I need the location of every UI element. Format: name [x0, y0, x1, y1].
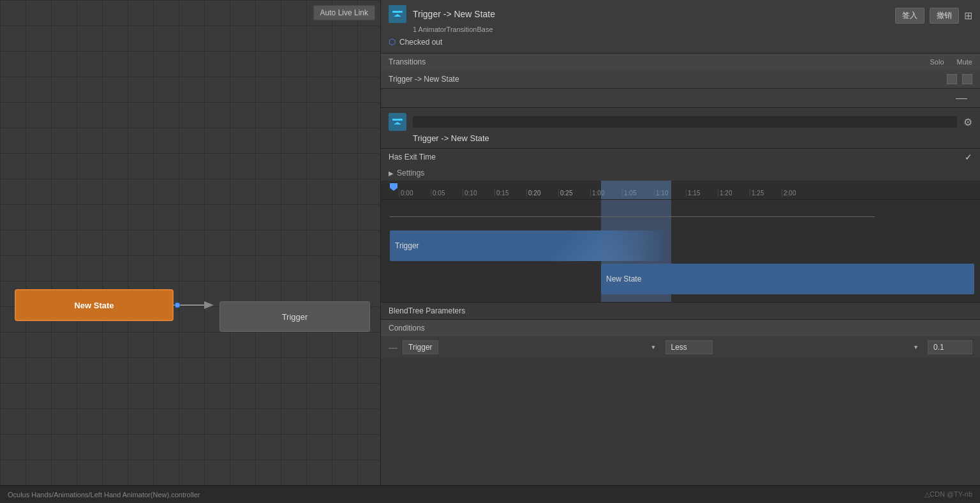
trigger-label: Trigger — [282, 312, 308, 322]
new-state-label: New State — [74, 301, 114, 310]
detail-transition-icon — [389, 113, 406, 131]
tl-label-9: 1:15 — [686, 189, 718, 197]
status-path: Oculus Hands/Animations/Left Hand Animat… — [8, 491, 200, 499]
sign-in-button[interactable]: 签入 — [895, 8, 924, 24]
tl-label-1: 0:05 — [431, 189, 463, 197]
header-title: Trigger -> New State — [413, 9, 495, 19]
settings-row[interactable]: ▶ Settings — [381, 165, 980, 181]
newstate-track-label: New State — [606, 274, 641, 283]
transitions-label: Transitions — [389, 57, 426, 66]
svg-rect-5 — [392, 119, 403, 121]
svg-marker-6 — [394, 122, 401, 124]
tl-label-2: 0:10 — [463, 189, 494, 197]
solo-checkbox[interactable] — [947, 74, 957, 84]
settings-label: Settings — [397, 169, 424, 177]
new-state-node[interactable]: New State — [15, 289, 174, 321]
tl-label-10: 1:20 — [718, 189, 750, 197]
track-upper — [390, 205, 980, 227]
status-right: △CDN @TY-nb — [924, 490, 972, 499]
has-exit-time-row: Has Exit Time ✓ — [381, 149, 980, 165]
svg-rect-3 — [392, 11, 403, 13]
cancel-button[interactable]: 撤销 — [930, 8, 959, 24]
gear-button[interactable]: ⚙ — [963, 116, 972, 128]
condition-trigger-select-wrapper: Trigger — [403, 340, 660, 354]
condition-trigger-select[interactable]: Trigger — [403, 340, 438, 354]
tl-label-0: 0:00 — [399, 189, 431, 197]
has-exit-time-label: Has Exit Time — [389, 153, 436, 161]
inspector-panel: 签入 撤销 ⊞ Trigger -> New State 1 AnimatorT… — [381, 0, 980, 485]
trigger-track-fade — [600, 230, 664, 261]
trigger-node[interactable]: Trigger — [219, 301, 370, 332]
track-line — [390, 216, 875, 217]
detail-progress-bar — [413, 116, 957, 128]
timeline-ruler[interactable]: 0:00 0:05 0:10 0:15 0:20 0:25 1:00 1:05 … — [381, 181, 980, 200]
tl-label-12: 2:00 — [782, 189, 813, 197]
transitions-section: Transitions Solo Mute Trigger -> New Sta… — [381, 54, 980, 108]
transitions-header-right: Solo Mute — [930, 58, 973, 66]
conditions-label: Conditions — [389, 324, 425, 333]
detail-header-row: ⚙ — [389, 113, 972, 131]
timeline-section: 0:00 0:05 0:10 0:15 0:20 0:25 1:00 1:05 … — [381, 181, 980, 302]
transition-row[interactable]: Trigger -> New State — [381, 70, 980, 88]
blendtree-section: BlendTree Parameters — [381, 302, 980, 319]
solo-label: Solo — [930, 58, 944, 66]
checked-out-label: Checked out — [399, 38, 442, 47]
tl-label-3: 0:15 — [494, 189, 526, 197]
condition-comparator-select[interactable]: Less Greater Equals NotEquals — [665, 340, 713, 354]
header-top-right: 签入 撤销 ⊞ — [895, 8, 972, 24]
settings-arrow-icon: ▶ — [389, 170, 394, 177]
timeline-labels: 0:00 0:05 0:10 0:15 0:20 0:25 1:00 1:05 … — [386, 181, 813, 197]
animator-graph-panel: Auto Live Link New State Trigger — [0, 0, 381, 485]
trigger-track[interactable]: Trigger — [390, 230, 664, 261]
timeline-active-region — [601, 181, 671, 200]
condition-value-input[interactable] — [928, 340, 972, 354]
transition-icon — [389, 5, 406, 23]
tl-label-11: 1:25 — [750, 189, 782, 197]
conditions-header: Conditions — [381, 320, 980, 336]
condition-comparator-select-wrapper: Less Greater Equals NotEquals — [665, 340, 923, 354]
mute-label: Mute — [957, 58, 972, 66]
condition-row: — Trigger Less Greater Equals NotEquals — [381, 336, 980, 358]
blendtree-label: BlendTree Parameters — [389, 306, 465, 315]
conditions-section: Conditions — Trigger Less Greater Equals… — [381, 319, 980, 358]
transition-row-label: Trigger -> New State — [389, 75, 459, 84]
has-exit-time-check[interactable]: ✓ — [965, 152, 972, 162]
tl-label-4: 0:20 — [526, 189, 558, 197]
svg-marker-4 — [394, 14, 401, 17]
newstate-track[interactable]: New State — [601, 264, 974, 294]
expand-button[interactable]: ⊞ — [964, 10, 972, 22]
checked-out-icon: ⬡ — [389, 37, 396, 47]
trigger-track-label: Trigger — [395, 241, 419, 250]
grid-background — [0, 0, 380, 485]
header-subtitle: 1 AnimatorTransitionBase — [413, 26, 972, 33]
tl-label-5: 0:25 — [558, 189, 590, 197]
detail-section: ⚙ Trigger -> New State — [381, 108, 980, 149]
mute-checkbox[interactable] — [962, 74, 972, 84]
header-section: 签入 撤销 ⊞ Trigger -> New State 1 AnimatorT… — [381, 0, 980, 54]
remove-condition-button[interactable]: — — [389, 342, 397, 352]
checked-out-row: ⬡ Checked out — [389, 33, 972, 48]
status-bar: Oculus Hands/Animations/Left Hand Animat… — [0, 485, 980, 503]
header-title-row: Trigger -> New State — [389, 5, 972, 23]
auto-live-link-button[interactable]: Auto Live Link — [313, 5, 375, 20]
transitions-header: Transitions Solo Mute — [381, 54, 980, 70]
transition-checkboxes — [947, 74, 972, 84]
detail-title: Trigger -> New State — [413, 133, 972, 143]
timeline-tracks: Trigger New State — [381, 200, 980, 302]
remove-transition-button[interactable]: — — [951, 91, 972, 105]
